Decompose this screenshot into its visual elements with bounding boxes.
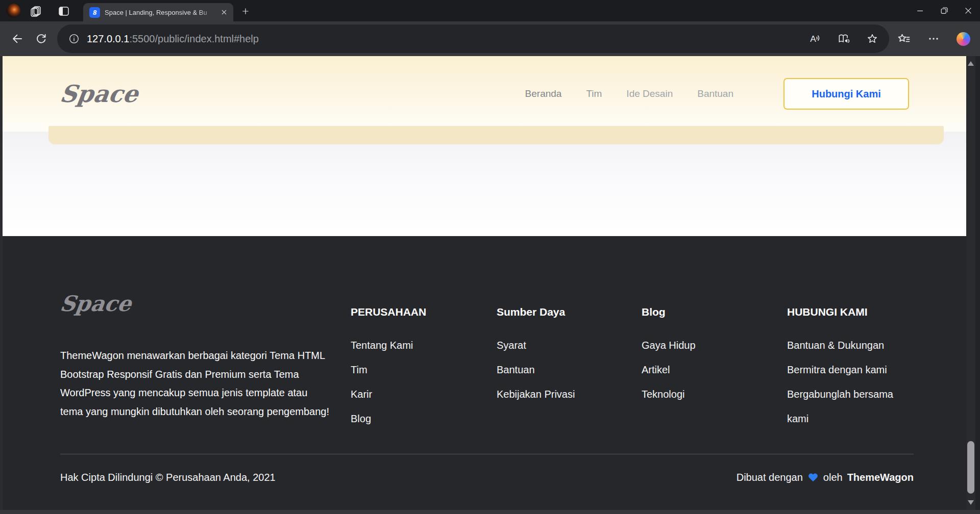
browser-tab[interactable]: 8 Space | Landing, Responsive & Bu xyxy=(83,3,233,21)
footer-link[interactable]: Blog xyxy=(351,406,426,431)
browser-window: 8 Space | Landing, Responsive & Bu xyxy=(0,0,980,514)
page-scrollbar[interactable] xyxy=(966,56,975,510)
window-frame-right xyxy=(975,56,980,510)
footer-column-title: PERUSAHAAN xyxy=(351,305,426,319)
workspaces-icon[interactable] xyxy=(29,4,44,18)
url-host: 127.0.0.1 xyxy=(87,33,129,44)
site-logo[interactable]: Space xyxy=(59,82,140,106)
footer-link[interactable]: Syarat xyxy=(497,333,575,357)
site-header: Space Beranda Tim Ide Desain Bantuan Hub… xyxy=(3,56,966,132)
favorites-list-icon[interactable] xyxy=(895,30,913,47)
scrolled-section xyxy=(3,132,966,236)
footer-link[interactable]: Teknologi xyxy=(642,382,696,406)
web-page: Space Beranda Tim Ide Desain Bantuan Hub… xyxy=(3,56,966,510)
site-info-icon[interactable] xyxy=(65,30,83,47)
read-aloud-icon[interactable]: A xyxy=(807,31,823,46)
site-footer: Space ThemeWagon menawarkan berbagai kat… xyxy=(3,236,966,510)
made-with-text: Dibuat dengan oleh ThemeWagon xyxy=(737,470,914,485)
page-viewport: Space Beranda Tim Ide Desain Bantuan Hub… xyxy=(0,56,980,510)
footer-description: ThemeWagon menawarkan berbagai kategori … xyxy=(60,346,332,421)
footer-column-title: Blog xyxy=(642,305,696,319)
immersive-reader-icon[interactable] xyxy=(836,31,851,46)
footer-link[interactable]: Bergabunglah bersama kami xyxy=(787,382,903,431)
footer-column-blog: Blog Gaya Hidup Artikel Teknologi xyxy=(642,305,696,406)
heart-icon xyxy=(807,472,819,482)
footer-column-hubungi-kami: HUBUNGI KAMI Bantuan & Dukungan Bermitra… xyxy=(787,305,903,431)
made-with-prefix: Dibuat dengan xyxy=(737,470,803,485)
section-card-bottom xyxy=(48,126,944,144)
scrollbar-thumb[interactable] xyxy=(967,441,974,494)
url-text: 127.0.0.1:5500/public/index.html#help xyxy=(87,33,801,45)
ellipsis-icon[interactable] xyxy=(925,30,942,47)
url-path: :5500/public/index.html#help xyxy=(129,33,259,44)
copilot-icon[interactable] xyxy=(954,30,972,47)
footer-link[interactable]: Kebijakan Privasi xyxy=(497,382,575,406)
footer-column-title: Sumber Daya xyxy=(497,305,575,319)
nav-link-ide-desain[interactable]: Ide Desain xyxy=(626,88,673,99)
copyright-text: Hak Cipta Dilindungi © Perusahaan Anda, … xyxy=(60,470,276,485)
tab-close-icon[interactable] xyxy=(219,7,229,17)
made-with-suffix: oleh xyxy=(823,470,843,485)
footer-link[interactable]: Tim xyxy=(351,357,426,382)
toolbar-right xyxy=(895,30,972,47)
footer-logo[interactable]: Space xyxy=(59,293,133,315)
tab-strip: 8 Space | Landing, Responsive & Bu xyxy=(0,0,980,21)
footer-link[interactable]: Karir xyxy=(351,382,426,406)
contact-button[interactable]: Hubungi Kami xyxy=(783,78,909,110)
url-actions: A xyxy=(807,31,880,46)
scroll-down-icon[interactable] xyxy=(968,500,974,505)
back-icon[interactable] xyxy=(7,29,28,49)
tab-title: Space | Landing, Responsive & Bu xyxy=(105,9,219,16)
footer-link[interactable]: Bermitra dengan kami xyxy=(787,357,903,382)
url-bar[interactable]: 127.0.0.1:5500/public/index.html#help A xyxy=(57,24,889,53)
scroll-up-icon[interactable] xyxy=(968,61,974,66)
restore-icon[interactable] xyxy=(932,0,956,21)
main-nav: Beranda Tim Ide Desain Bantuan xyxy=(525,88,733,99)
nav-link-tim[interactable]: Tim xyxy=(586,88,602,99)
footer-link[interactable]: Bantuan xyxy=(497,357,575,382)
footer-link[interactable]: Bantuan & Dukungan xyxy=(787,333,903,357)
profile-avatar[interactable] xyxy=(6,4,20,18)
tab-favicon-icon: 8 xyxy=(89,7,100,18)
window-controls xyxy=(908,0,980,21)
footer-column-title: HUBUNGI KAMI xyxy=(787,305,903,319)
footer-link[interactable]: Tentang Kami xyxy=(351,333,426,357)
favorite-star-icon[interactable] xyxy=(865,31,880,46)
footer-divider xyxy=(60,454,914,454)
refresh-icon[interactable] xyxy=(31,29,51,49)
browser-toolbar: 127.0.0.1:5500/public/index.html#help A xyxy=(0,21,980,56)
svg-text:A: A xyxy=(810,34,816,44)
nav-link-beranda[interactable]: Beranda xyxy=(525,88,562,99)
tab-actions-icon[interactable] xyxy=(56,4,71,18)
footer-column-sumber-daya: Sumber Daya Syarat Bantuan Kebijakan Pri… xyxy=(497,305,575,406)
nav-link-bantuan[interactable]: Bantuan xyxy=(697,88,733,99)
close-icon[interactable] xyxy=(956,0,980,21)
new-tab-icon[interactable] xyxy=(238,5,253,18)
footer-link[interactable]: Artikel xyxy=(642,357,696,382)
made-with-brand[interactable]: ThemeWagon xyxy=(847,470,914,485)
window-frame-bottom xyxy=(0,510,980,514)
minimize-icon[interactable] xyxy=(908,0,932,21)
footer-link[interactable]: Gaya Hidup xyxy=(642,333,696,357)
footer-column-perusahaan: PERUSAHAAN Tentang Kami Tim Karir Blog xyxy=(351,305,426,431)
